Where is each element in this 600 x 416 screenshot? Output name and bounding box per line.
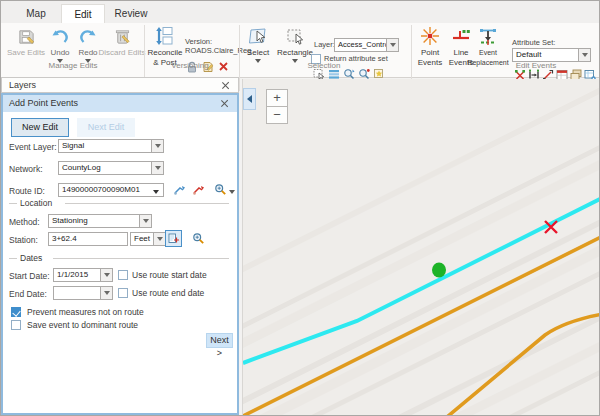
use-route-end-checkbox[interactable] (118, 288, 128, 298)
close-icon[interactable] (220, 99, 229, 108)
chevron-down-icon (104, 291, 110, 295)
map-zoom-control: + − (266, 89, 288, 124)
save-dominant-checkbox[interactable] (11, 320, 21, 330)
event-layer-combo-arrow[interactable] (151, 139, 164, 153)
reconcile-post-icon (154, 25, 176, 47)
group-divider (239, 25, 240, 91)
chevron-down-icon (390, 43, 396, 47)
ribbon: Save Edits Undo Redo Discard Edits Manag… (1, 23, 599, 78)
prevent-measures-checkbox[interactable] (11, 307, 21, 317)
route-id-label: Route ID: (9, 186, 45, 196)
chevron-down-icon (155, 144, 161, 148)
pick-location-button[interactable] (165, 230, 182, 247)
dates-section: Dates (9, 253, 229, 263)
dates-section-label: Dates (17, 253, 45, 263)
layer-label: Layer: (314, 40, 335, 49)
network-combo-arrow[interactable] (151, 161, 164, 175)
station-input[interactable]: 3+62.4 (48, 232, 128, 246)
discard-icon (111, 25, 133, 47)
select-dropdown-caret-icon (255, 59, 261, 63)
location-section-label: Location (17, 198, 55, 208)
method-label: Method: (9, 217, 40, 227)
next-edit-button[interactable]: Next Edit (77, 118, 135, 137)
end-date-input[interactable] (53, 286, 101, 300)
units-combo[interactable]: Feet (130, 232, 154, 246)
save-edits-label: Save Edits (7, 48, 45, 57)
method-combo[interactable]: Stationing (48, 214, 140, 228)
route-zoom-icon[interactable] (214, 183, 227, 196)
point-events-label-2: Events (418, 58, 442, 67)
use-route-start-checkbox[interactable] (118, 270, 128, 280)
chevron-down-icon (143, 219, 149, 223)
select-tool-icon (247, 25, 269, 47)
close-icon[interactable] (221, 81, 230, 90)
map-canvas (243, 79, 600, 415)
point-events-button[interactable]: Point Events (415, 25, 445, 67)
add-point-events-pane: Add Point Events New Edit Next Edit Even… (1, 93, 239, 415)
versioning-group-label: Versioning (147, 61, 233, 70)
start-date-label: Start Date: (9, 271, 50, 281)
point-events-label-1: Point (421, 48, 439, 57)
attribute-set-combo[interactable]: Default (512, 48, 579, 62)
layer-combo-arrow[interactable] (386, 38, 399, 52)
zoom-in-button[interactable]: + (266, 89, 288, 107)
layers-pane-title: Layers (9, 80, 36, 90)
pick-route-icon[interactable] (173, 183, 186, 196)
end-date-arrow[interactable] (100, 286, 113, 300)
version-label: Version: (185, 37, 212, 46)
road-line-upper[interactable] (243, 236, 600, 415)
station-label: Station: (9, 235, 38, 245)
layers-pane-header[interactable]: Layers (1, 77, 239, 93)
new-edit-button[interactable]: New Edit (11, 118, 69, 137)
redo-label: Redo (78, 48, 97, 57)
save-edits-button[interactable]: Save Edits (7, 25, 45, 57)
network-label: Network: (9, 164, 43, 174)
zoom-out-button[interactable]: − (266, 106, 288, 124)
station-zoom-icon[interactable] (192, 232, 205, 245)
method-combo-arrow[interactable] (139, 214, 152, 228)
map-view[interactable]: + − (242, 79, 600, 415)
event-layer-combo[interactable]: Signal (58, 139, 152, 153)
rectangle-select-icon (284, 25, 306, 47)
rectangle-select-button[interactable]: Rectangle (276, 25, 314, 63)
tab-review[interactable]: Review (105, 4, 157, 23)
collapse-arrow-icon (247, 95, 252, 103)
pick-route-from-map-icon[interactable] (192, 183, 205, 196)
selection-group-label: Selection (281, 61, 367, 70)
point-event-marker[interactable] (432, 262, 446, 277)
prevent-measures-label: Prevent measures not on route (27, 307, 144, 317)
collapse-panel-tab[interactable] (243, 88, 256, 110)
route-id-caret-icon (153, 190, 159, 194)
chevron-down-icon (155, 166, 161, 170)
pick-location-icon (168, 233, 180, 245)
chevron-down-icon (157, 237, 163, 241)
discard-edits-button[interactable]: Discard Edits (101, 25, 143, 57)
layer-combo[interactable]: Access_Control (334, 38, 387, 52)
event-replacement-icon (477, 25, 499, 47)
start-date-arrow[interactable] (100, 268, 113, 282)
pane-title: Add Point Events (9, 98, 78, 108)
redo-button[interactable]: Redo (75, 25, 101, 63)
tab-map[interactable]: Map (13, 4, 59, 23)
point-events-icon (419, 25, 441, 47)
event-replacement-label-1: Event (479, 48, 497, 57)
chevron-down-icon (582, 53, 588, 57)
select-button[interactable]: Select (242, 25, 274, 63)
end-date-label: End Date: (9, 289, 47, 299)
save-dominant-label: Save event to dominant route (27, 320, 138, 330)
undo-button[interactable]: Undo (47, 25, 73, 63)
app-window: Map Edit Review Save Edits Undo Redo (0, 0, 600, 416)
network-combo[interactable]: CountyLog (58, 161, 152, 175)
tab-edit[interactable]: Edit (61, 4, 105, 24)
route-id-combo[interactable]: 14900000700090M01 (58, 183, 164, 197)
redo-icon (77, 25, 99, 47)
undo-label: Undo (50, 48, 69, 57)
next-button[interactable]: Next > (206, 333, 233, 348)
undo-icon (49, 25, 71, 47)
start-date-input[interactable]: 1/1/2015 (53, 268, 101, 282)
ribbon-tab-bar: Map Edit Review (1, 1, 599, 24)
discard-edits-label: Discard Edits (98, 48, 145, 57)
attribute-set-combo-arrow[interactable] (578, 48, 591, 62)
use-route-end-label: Use route end date (132, 288, 204, 298)
chevron-down-icon (104, 273, 110, 277)
